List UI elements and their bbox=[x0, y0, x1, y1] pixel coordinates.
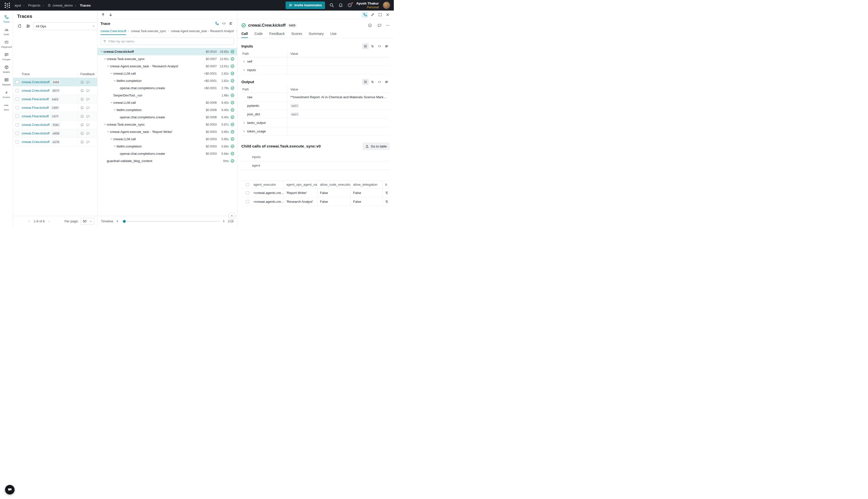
table-row[interactable]: <crewai.agents.cre... 'Report Writer' Fa… bbox=[241, 188, 390, 197]
trace-tree-row[interactable]: guardrail-validate_blog_content 0ms bbox=[97, 157, 237, 165]
previous-trace-button[interactable] bbox=[99, 11, 107, 19]
select-all-checkbox[interactable] bbox=[246, 183, 249, 186]
trace-tree-row[interactable]: litellm.completion <$0.0001 2.82s bbox=[97, 77, 237, 84]
chevron-down-icon[interactable] bbox=[99, 50, 103, 54]
chevron-down-icon[interactable] bbox=[109, 101, 113, 105]
row-checkbox[interactable] bbox=[15, 89, 19, 92]
emoji-reaction-icon[interactable] bbox=[80, 114, 84, 118]
comment-icon[interactable] bbox=[86, 140, 90, 144]
comment-icon[interactable] bbox=[86, 114, 90, 118]
emoji-reaction-icon[interactable] bbox=[80, 123, 84, 126]
chevron-down-icon[interactable] bbox=[106, 130, 110, 134]
chevron-down-icon[interactable] bbox=[103, 57, 107, 61]
table-row[interactable]: <crewai.agents.cre... 'Research Analyst'… bbox=[241, 197, 390, 206]
kv-row[interactable]: self bbox=[241, 57, 390, 66]
trace-link[interactable]: crewai.Crew.kickoff bbox=[22, 140, 49, 144]
timeline-knob[interactable] bbox=[123, 220, 126, 223]
next-page-icon[interactable] bbox=[48, 220, 51, 223]
timeline-scrubber[interactable] bbox=[122, 221, 220, 222]
breadcrumb-account[interactable]: ayut bbox=[15, 3, 21, 7]
row-checkbox[interactable] bbox=[15, 114, 19, 118]
trace-tree-row[interactable]: openai.chat.completions.create $0.0006 9… bbox=[97, 113, 237, 121]
tab[interactable]: Feedback bbox=[269, 30, 285, 38]
tab[interactable]: Summary bbox=[309, 30, 324, 38]
next-trace-button[interactable] bbox=[107, 11, 114, 19]
notifications-bell-icon[interactable] bbox=[338, 3, 343, 8]
list-view-icon[interactable] bbox=[362, 43, 369, 49]
add-reaction-icon[interactable] bbox=[367, 22, 373, 28]
trace-breadcrumb-segment[interactable]: / crewai.Agent.execute_task - 'Research … bbox=[168, 28, 234, 35]
overflow-menu-icon[interactable]: ⋯ bbox=[386, 23, 390, 28]
emoji-reaction-icon[interactable] bbox=[80, 81, 84, 84]
sidebar-item-datasets[interactable]: Datasets bbox=[0, 75, 13, 88]
table-row[interactable]: crewai.Crew.kickoff 9d89 bbox=[13, 78, 97, 86]
row-checkbox[interactable] bbox=[15, 132, 19, 135]
trace-tree-row[interactable]: crewai.LLM.call <$0.0001 2.82s bbox=[97, 70, 237, 77]
kv-row[interactable]: pydantic null bbox=[241, 101, 390, 110]
kv-row[interactable]: raw **Investment Report: AI in Chemical … bbox=[241, 93, 390, 101]
row-checkbox[interactable] bbox=[246, 191, 249, 194]
kv-row[interactable]: inputs bbox=[241, 66, 390, 74]
trace-link[interactable]: crewai.Crew.kickoff bbox=[22, 123, 49, 126]
sidebar-item-prompts[interactable]: Prompts bbox=[0, 50, 13, 63]
tree-view-icon[interactable] bbox=[213, 20, 220, 26]
breadcrumb-project[interactable]: crewai_demo bbox=[43, 3, 73, 7]
per-page-select[interactable]: 50 bbox=[80, 218, 94, 225]
refresh-button[interactable] bbox=[16, 23, 23, 30]
trace-tree-row[interactable]: crewai.Agent.execute_task - 'Research An… bbox=[97, 63, 237, 70]
close-icon[interactable] bbox=[384, 12, 391, 18]
chevron-down-icon[interactable] bbox=[106, 64, 110, 68]
kv-row[interactable]: tasks_output bbox=[241, 119, 390, 127]
sidebar-item-models[interactable]: Models bbox=[0, 63, 13, 75]
sidebar-item-traces[interactable]: Traces bbox=[0, 13, 13, 25]
sidebar-item-evals[interactable]: Evals bbox=[0, 25, 13, 38]
trace-tree-row[interactable]: SerperDevTool._run 1.66s bbox=[97, 92, 237, 99]
wandb-logo[interactable] bbox=[3, 1, 11, 9]
chevron-right-icon[interactable] bbox=[242, 60, 246, 63]
trace-link[interactable]: crewai.Flow.kickoff bbox=[22, 114, 49, 118]
trace-link[interactable]: crewai.Crew.kickoff bbox=[22, 89, 49, 93]
search-icon[interactable] bbox=[329, 3, 334, 8]
chevron-down-icon[interactable] bbox=[109, 72, 113, 76]
trace-tree-row[interactable]: crewai.Task.execute_sync $0.0007 13.92s bbox=[97, 55, 237, 63]
chevron-right-icon[interactable] bbox=[242, 68, 246, 72]
trace-breadcrumb-segment[interactable]: / crewai.Task.execute_sync bbox=[128, 28, 166, 35]
trace-tree-row[interactable]: litellm.completion $0.0006 9.40s bbox=[97, 106, 237, 113]
trace-tree-row[interactable]: litellm.completion $0.0003 5.84s bbox=[97, 143, 237, 150]
avatar[interactable] bbox=[383, 1, 390, 9]
emoji-reaction-icon[interactable] bbox=[80, 89, 84, 93]
table-row[interactable]: crewai.Flow.kickoff c5ff bbox=[13, 112, 97, 121]
breadcrumb-page[interactable]: Traces bbox=[75, 3, 91, 7]
kv-row[interactable]: json_dict null bbox=[241, 110, 390, 119]
column-settings-button[interactable] bbox=[25, 23, 32, 30]
go-to-table-button[interactable]: Go to table bbox=[362, 143, 390, 150]
comment-icon[interactable] bbox=[86, 132, 90, 135]
sidebar-item-scorers[interactable]: # Scorers bbox=[0, 88, 13, 100]
ops-filter-dropdown[interactable]: All Ops bbox=[33, 22, 97, 30]
trace-link[interactable]: crewai.Crew.kickoff bbox=[22, 131, 49, 135]
table-row[interactable]: crewai.Crew.kickoff 657f bbox=[13, 86, 97, 95]
invite-teammates-button[interactable]: Invite teammates bbox=[286, 1, 325, 9]
emoji-reaction-icon[interactable] bbox=[80, 106, 84, 110]
help-icon[interactable]: ? bbox=[347, 3, 352, 8]
trace-link[interactable]: crewai.Flow.kickoff bbox=[22, 106, 49, 110]
expand-collapse-icon[interactable] bbox=[369, 79, 376, 85]
trace-tree-row[interactable]: crewai.LLM.call $0.0003 5.85s bbox=[97, 135, 237, 143]
trace-tree-row[interactable]: crewai.LLM.call $0.0006 9.40s bbox=[97, 99, 237, 106]
row-checkbox[interactable] bbox=[246, 200, 249, 203]
table-row[interactable]: crewai.Crew.kickoff e058 bbox=[13, 129, 97, 138]
chevron-down-icon[interactable] bbox=[109, 137, 113, 141]
comment-icon[interactable] bbox=[86, 123, 90, 126]
table-row[interactable]: crewai.Flow.kickoff eab1 bbox=[13, 95, 97, 104]
trace-tree-row[interactable]: crewai.Crew.kickoff $0.0010 19.83s bbox=[97, 48, 237, 55]
collapse-timeline-button[interactable] bbox=[228, 212, 235, 219]
trace-link[interactable]: crewai.Flow.kickoff bbox=[22, 97, 49, 101]
chevron-down-icon[interactable] bbox=[112, 108, 116, 112]
sidebar-item-playground[interactable]: Playground bbox=[0, 38, 13, 50]
code-view-icon[interactable] bbox=[376, 79, 383, 85]
comment-icon[interactable] bbox=[376, 22, 383, 28]
fullscreen-icon[interactable] bbox=[377, 12, 383, 18]
row-checkbox[interactable] bbox=[15, 106, 19, 109]
row-checkbox[interactable] bbox=[15, 81, 19, 84]
code-view-icon[interactable] bbox=[376, 43, 383, 49]
